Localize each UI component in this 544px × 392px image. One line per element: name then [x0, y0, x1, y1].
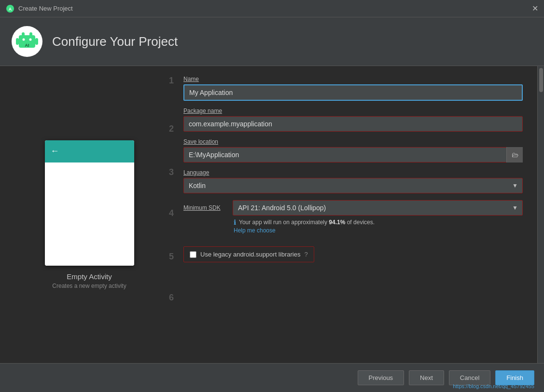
svg-point-6: [29, 39, 32, 41]
header: AI Configure Your Project: [0, 17, 544, 66]
min-sdk-select-wrapper: API 21: Android 5.0 (Lollipop) API 22: A…: [233, 200, 523, 216]
legacy-support-checkbox[interactable]: [190, 251, 196, 258]
page-title: Configure Your Project: [52, 34, 178, 49]
svg-rect-7: [16, 38, 19, 45]
save-location-input-wrapper: 🗁: [183, 147, 523, 162]
min-sdk-select[interactable]: API 21: Android 5.0 (Lollipop) API 22: A…: [233, 200, 523, 216]
right-panel: Name Package name Save location 🗁: [179, 66, 537, 363]
legacy-support-label: Use legacy android.support libraries: [200, 251, 300, 258]
name-form-group: Name: [183, 76, 523, 101]
activity-label: Empty Activity: [67, 272, 112, 281]
next-button[interactable]: Next: [409, 370, 444, 385]
svg-text:AI: AI: [25, 43, 29, 48]
phone-back-arrow: ←: [51, 146, 59, 156]
phone-preview-body: [45, 162, 134, 266]
help-me-choose-link[interactable]: Help me choose: [234, 227, 523, 234]
language-select[interactable]: Kotlin Java: [183, 178, 523, 193]
phone-preview-header: ←: [45, 140, 134, 162]
browse-folder-button[interactable]: 🗁: [506, 147, 523, 162]
svg-rect-8: [35, 38, 38, 45]
annotation-5: 5: [169, 252, 174, 262]
save-location-form-group: Save location 🗁: [183, 138, 523, 162]
scrollbar-thumb: [539, 68, 543, 92]
svg-text:A: A: [9, 7, 12, 12]
legacy-help-icon[interactable]: ?: [304, 251, 307, 258]
min-sdk-label: Minimum SDK: [183, 204, 227, 211]
min-sdk-row: Minimum SDK API 21: Android 5.0 (Lollipo…: [183, 200, 523, 216]
save-location-input[interactable]: [183, 147, 523, 162]
legacy-support-row: Use legacy android.support libraries ?: [183, 246, 314, 262]
info-text: Your app will run on approximately 94.1%…: [239, 219, 375, 226]
language-form-group: Language Kotlin Java ▼: [183, 169, 523, 193]
name-label: Name: [183, 76, 523, 82]
title-bar-left: A Create New Project: [6, 4, 73, 13]
title-bar-text: Create New Project: [18, 5, 73, 12]
activity-desc: Creates a new empty activity: [52, 283, 126, 289]
footer: Previous Next Cancel Finish https://blog…: [0, 363, 544, 392]
language-label: Language: [183, 169, 523, 176]
min-sdk-form-group: Minimum SDK API 21: Android 5.0 (Lollipo…: [183, 200, 523, 240]
scrollbar[interactable]: [537, 66, 544, 363]
left-panel: 1 2 3 4 5 6 ← Empty Activity Creates a n…: [0, 66, 179, 363]
annotation-4: 4: [169, 208, 174, 218]
watermark-link: https://blog.csdn.net/qq_45792455: [453, 383, 534, 389]
language-select-wrapper: Kotlin Java ▼: [183, 178, 523, 193]
previous-button[interactable]: Previous: [358, 370, 405, 385]
info-icon: ℹ: [234, 218, 236, 226]
package-name-form-group: Package name: [183, 108, 523, 132]
annotation-1: 1: [169, 76, 174, 86]
package-name-input[interactable]: [183, 116, 523, 132]
android-logo: AI: [15, 29, 39, 54]
android-studio-icon: A: [6, 4, 14, 13]
annotation-2: 2: [169, 124, 174, 134]
annotation-3: 3: [169, 167, 174, 177]
svg-point-5: [23, 39, 25, 41]
info-row: ℹ Your app will run on approximately 94.…: [183, 218, 523, 226]
save-location-label: Save location: [183, 138, 523, 145]
svg-rect-3: [22, 32, 25, 37]
svg-rect-4: [29, 32, 32, 37]
package-name-label: Package name: [183, 108, 523, 114]
folder-icon: 🗁: [512, 151, 518, 159]
close-button[interactable]: ✕: [532, 5, 538, 13]
name-input[interactable]: [183, 84, 523, 101]
header-logo: AI: [12, 26, 42, 57]
phone-preview: ←: [45, 140, 134, 266]
annotation-6: 6: [169, 293, 174, 303]
main-content: 1 2 3 4 5 6 ← Empty Activity Creates a n…: [0, 66, 544, 363]
title-bar: A Create New Project ✕: [0, 0, 544, 17]
